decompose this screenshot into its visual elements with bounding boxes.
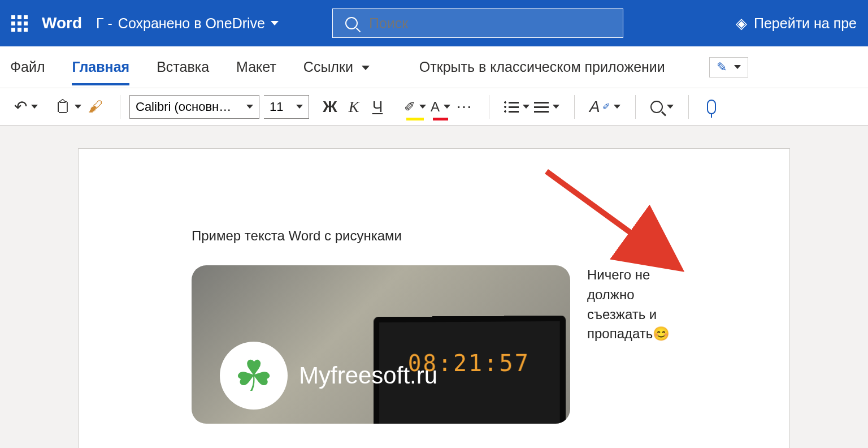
go-premium-button[interactable]: ◈ Перейти на пре bbox=[736, 15, 857, 32]
doc-side-text[interactable]: Ничего не должно съезжать и пропадать😊 bbox=[587, 265, 676, 344]
more-icon: ⋯ bbox=[456, 97, 473, 116]
find-icon bbox=[650, 101, 663, 113]
search-icon bbox=[345, 17, 358, 29]
font-name-dropdown[interactable]: Calibri (основн… bbox=[129, 95, 259, 119]
chevron-down-icon bbox=[296, 105, 303, 109]
undo-icon: ↶ bbox=[14, 97, 27, 116]
site-name: Myfreesoft.ru bbox=[299, 362, 437, 389]
doc-heading[interactable]: Пример текста Word с рисунками bbox=[192, 228, 676, 244]
tab-home[interactable]: Главная bbox=[72, 59, 129, 75]
open-in-desktop-button[interactable]: Открыть в классическом приложении bbox=[419, 59, 665, 75]
separator bbox=[120, 95, 120, 119]
diamond-icon: ◈ bbox=[736, 15, 747, 32]
chevron-down-icon bbox=[75, 105, 81, 109]
chevron-down-icon bbox=[614, 105, 620, 109]
search-input[interactable] bbox=[369, 15, 610, 32]
highlight-icon: ✐ bbox=[404, 99, 415, 115]
chevron-down-icon bbox=[553, 105, 559, 109]
clipboard-icon: 📋︎ bbox=[55, 97, 71, 116]
document-status-dropdown[interactable]: Г - Сохранено в OneDrive bbox=[96, 15, 279, 32]
undo-button[interactable]: ↶ bbox=[14, 96, 38, 118]
font-color-button[interactable]: А bbox=[431, 96, 450, 118]
format-painter-button[interactable]: 🖌 bbox=[86, 96, 105, 118]
brush-small-icon: ✐ bbox=[602, 101, 610, 112]
chevron-down-icon bbox=[734, 65, 741, 69]
tab-layout[interactable]: Макет bbox=[236, 59, 276, 75]
document-canvas: Пример текста Word с рисунками 08:21:57 … bbox=[0, 126, 868, 448]
more-font-button[interactable]: ⋯ bbox=[455, 96, 474, 118]
microphone-icon bbox=[707, 100, 716, 114]
document-page[interactable]: Пример текста Word с рисунками 08:21:57 … bbox=[78, 148, 790, 448]
chevron-down-icon bbox=[362, 66, 370, 70]
dictate-button[interactable] bbox=[698, 96, 717, 118]
separator bbox=[574, 95, 575, 119]
underline-button[interactable]: Ч bbox=[368, 96, 387, 118]
search-box[interactable] bbox=[332, 8, 623, 38]
separator bbox=[688, 95, 689, 119]
toolbar: ↶ 📋︎ 🖌 Calibri (основн… 11 Ж К Ч ✐ А ⋯ А… bbox=[0, 88, 868, 126]
font-name-value: Calibri (основн… bbox=[136, 100, 231, 114]
editing-mode-button[interactable]: ✎ bbox=[709, 57, 748, 77]
styles-icon: А bbox=[589, 98, 600, 116]
list-icon bbox=[504, 101, 519, 113]
align-button[interactable] bbox=[534, 96, 559, 118]
tab-insert[interactable]: Вставка bbox=[157, 59, 209, 75]
align-icon bbox=[534, 101, 549, 113]
bullets-button[interactable] bbox=[504, 96, 530, 118]
chevron-down-icon bbox=[246, 105, 253, 109]
brush-icon: 🖌 bbox=[88, 98, 103, 115]
chevron-down-icon bbox=[667, 105, 674, 109]
app-launcher-icon[interactable] bbox=[11, 15, 28, 32]
doc-prefix: Г - bbox=[96, 15, 112, 32]
pencil-icon: ✎ bbox=[717, 60, 727, 75]
chevron-down-icon bbox=[31, 105, 38, 109]
font-size-dropdown[interactable]: 11 bbox=[264, 95, 309, 119]
tab-file[interactable]: Файл bbox=[10, 59, 45, 75]
premium-label: Перейти на пре bbox=[754, 15, 857, 32]
bold-button[interactable]: Ж bbox=[320, 96, 340, 118]
image-logo: ☘ Myfreesoft.ru bbox=[220, 328, 437, 424]
tab-references[interactable]: Ссылки bbox=[303, 59, 370, 75]
italic-button[interactable]: К bbox=[344, 96, 363, 118]
separator bbox=[635, 95, 636, 119]
chevron-down-icon bbox=[271, 21, 279, 25]
styles-button[interactable]: А✐ bbox=[589, 96, 620, 118]
font-color-letter: А bbox=[431, 99, 440, 115]
clover-icon: ☘ bbox=[220, 342, 288, 410]
ribbon-tabs: Файл Главная Вставка Макет Ссылки Открыт… bbox=[0, 46, 868, 88]
highlight-button[interactable]: ✐ bbox=[404, 96, 426, 118]
document-body[interactable]: Пример текста Word с рисунками 08:21:57 … bbox=[192, 228, 676, 424]
find-button[interactable] bbox=[650, 96, 674, 118]
title-bar: Word Г - Сохранено в OneDrive ◈ Перейти … bbox=[0, 0, 868, 46]
separator bbox=[489, 95, 489, 119]
paste-button[interactable]: 📋︎ bbox=[55, 96, 81, 118]
chevron-down-icon bbox=[523, 105, 530, 109]
chevron-down-icon bbox=[419, 105, 426, 109]
tab-references-label: Ссылки bbox=[303, 59, 353, 75]
document-image[interactable]: 08:21:57 ☘ Myfreesoft.ru bbox=[192, 265, 570, 424]
app-name[interactable]: Word bbox=[42, 14, 82, 32]
saved-label: Сохранено в OneDrive bbox=[118, 15, 265, 32]
chevron-down-icon bbox=[444, 105, 450, 109]
font-size-value: 11 bbox=[270, 100, 283, 114]
